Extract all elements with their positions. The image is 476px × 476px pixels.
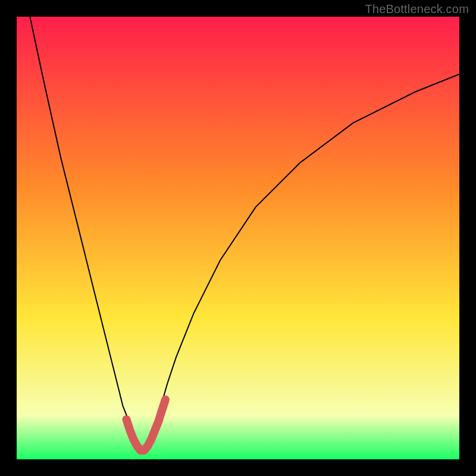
plot-background [17, 17, 459, 459]
watermark-text: TheBottleneck.com [365, 2, 469, 16]
bottleneck-chart [0, 0, 476, 476]
chart-container: { "watermark": "TheBottleneck.com", "cha… [0, 0, 476, 476]
